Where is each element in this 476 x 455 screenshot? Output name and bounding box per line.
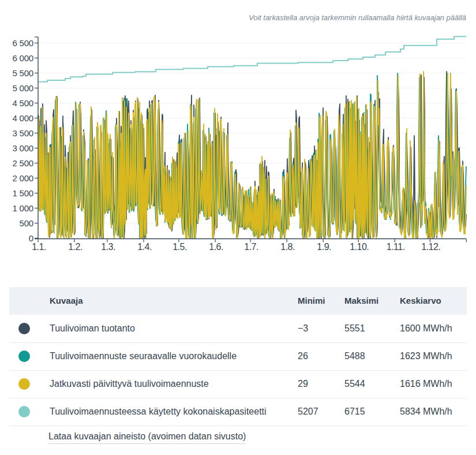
svg-text:6 500: 6 500 <box>12 38 33 48</box>
svg-text:4 500: 4 500 <box>12 98 33 108</box>
svg-text:1 000: 1 000 <box>12 203 33 213</box>
svg-text:1.11.: 1.11. <box>387 242 405 252</box>
svg-text:1.6.: 1.6. <box>209 242 223 252</box>
svg-text:6 000: 6 000 <box>12 53 33 63</box>
svg-text:1.2.: 1.2. <box>68 242 83 252</box>
svg-text:2 500: 2 500 <box>12 158 33 168</box>
svg-text:1.12.: 1.12. <box>421 242 440 252</box>
svg-text:1.5.: 1.5. <box>173 242 187 252</box>
svg-text:4 000: 4 000 <box>12 113 33 123</box>
svg-text:1.3.: 1.3. <box>101 242 115 252</box>
svg-text:3 500: 3 500 <box>12 128 33 138</box>
svg-text:1.9.: 1.9. <box>317 242 331 252</box>
svg-text:1.7.: 1.7. <box>244 242 258 252</box>
svg-text:1.10.: 1.10. <box>350 242 369 252</box>
svg-text:5 000: 5 000 <box>12 83 33 93</box>
svg-text:1.1.: 1.1. <box>32 242 46 252</box>
svg-text:2 000: 2 000 <box>12 173 33 183</box>
svg-text:1.4.: 1.4. <box>137 242 152 252</box>
svg-text:3 000: 3 000 <box>12 143 33 153</box>
svg-text:5 500: 5 500 <box>12 68 33 78</box>
svg-text:0: 0 <box>29 233 33 243</box>
svg-text:1.8.: 1.8. <box>280 242 295 252</box>
svg-text:1 500: 1 500 <box>12 188 33 198</box>
svg-text:500: 500 <box>20 218 33 228</box>
